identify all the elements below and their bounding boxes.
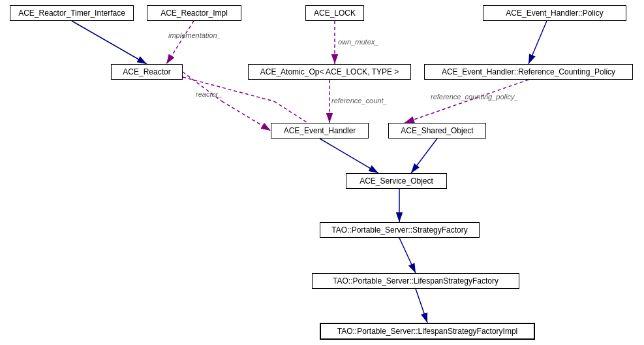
svg-line-17 (320, 139, 378, 173)
node-ace-event-handler[interactable]: ACE_Event_Handler (271, 123, 369, 139)
node-tao-strategy-factory[interactable]: TAO::Portable_Server::StrategyFactory (320, 222, 480, 238)
node-tao-lifespan-strategy-factory[interactable]: TAO::Portable_Server::LifespanStrategyFa… (312, 273, 519, 289)
node-ace-atomic-op[interactable]: ACE_Atomic_Op< ACE_LOCK, TYPE > (248, 64, 411, 80)
svg-line-5 (183, 72, 222, 101)
svg-line-3 (166, 21, 194, 64)
arrows-svg: implementation_ reactor_ own_mutex_ refe… (0, 0, 644, 345)
node-ace-service-object[interactable]: ACE_Service_Object (346, 173, 447, 189)
svg-line-21 (416, 289, 427, 323)
svg-text:implementation_: implementation_ (168, 31, 221, 39)
node-ace-lock[interactable]: ACE_LOCK (305, 5, 364, 21)
node-tao-lifespan-strategy-factory-impl[interactable]: TAO::Portable_Server::LifespanStrategyFa… (320, 323, 535, 340)
svg-text:reference_count_: reference_count_ (331, 97, 388, 105)
svg-text:reactor_: reactor_ (196, 90, 222, 98)
node-ace-reactor[interactable]: ACE_Reactor (111, 64, 183, 80)
svg-line-14 (529, 21, 547, 64)
svg-line-8 (183, 77, 274, 101)
svg-line-6 (222, 101, 271, 131)
node-ace-event-handler-policy[interactable]: ACE_Event_Handler::Policy (483, 5, 626, 21)
svg-text:reference_counting_policy_: reference_counting_policy_ (431, 93, 519, 101)
node-ace-shared-object[interactable]: ACE_Shared_Object (388, 123, 486, 139)
node-ace-reactor-impl[interactable]: ACE_Reactor_Impl (147, 5, 241, 21)
svg-text:own_mutex_: own_mutex_ (338, 38, 378, 46)
diagram-container: implementation_ reactor_ own_mutex_ refe… (0, 0, 644, 345)
node-ace-reactor-timer-interface[interactable]: ACE_Reactor_Timer_Interface (10, 5, 134, 21)
svg-line-20 (399, 238, 416, 273)
node-ace-event-handler-ref-counting[interactable]: ACE_Event_Handler::Reference_Counting_Po… (424, 64, 633, 80)
svg-line-15 (405, 80, 529, 123)
svg-line-2 (72, 21, 147, 64)
svg-line-18 (411, 139, 437, 173)
